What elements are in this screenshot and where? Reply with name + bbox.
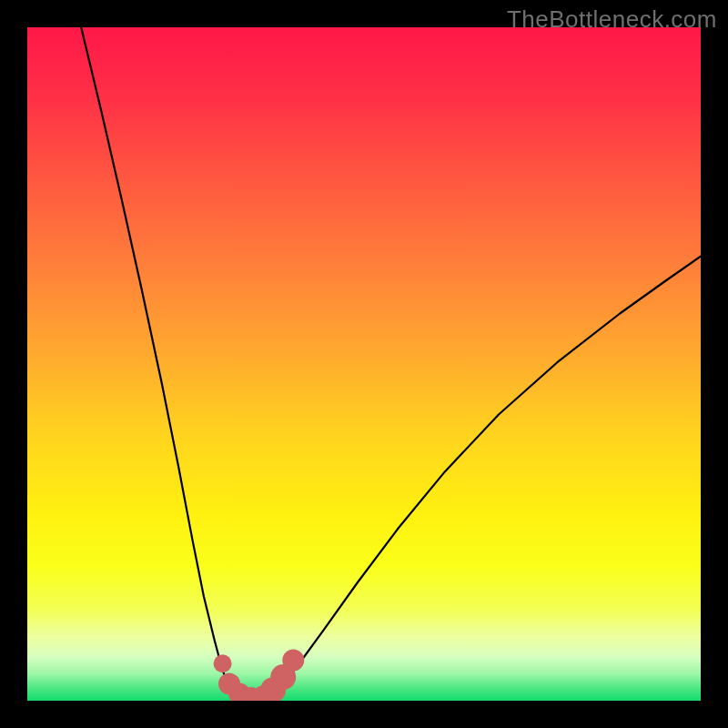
plot-area [27, 27, 701, 701]
v-curve [81, 27, 701, 700]
curve-layer [27, 27, 701, 701]
watermark-text: TheBottleneck.com [507, 5, 717, 34]
chart-frame: TheBottleneck.com [0, 0, 728, 728]
trough-highlight [214, 650, 305, 701]
trough-dot [282, 650, 304, 672]
trough-dot [214, 654, 232, 672]
